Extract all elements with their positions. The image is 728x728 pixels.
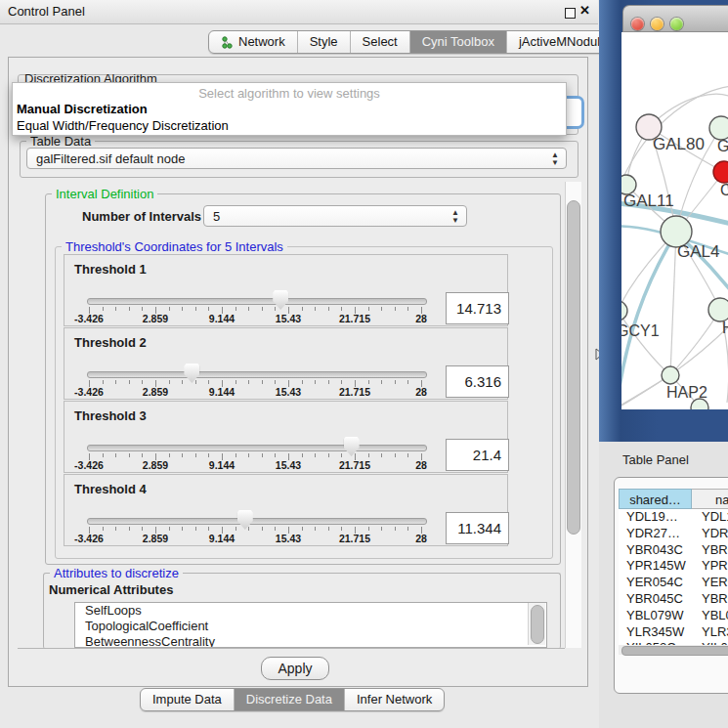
tab-discretize-data[interactable]: Discretize Data (234, 689, 344, 710)
tick-mark (236, 380, 236, 384)
threshold-panel-4: Threshold 4-3.4262.8599.14415.4321.71528… (64, 474, 508, 546)
tick-mark (407, 380, 408, 384)
network-node-ga[interactable] (709, 116, 728, 140)
numerical-attributes-list[interactable]: SelfLoopsTopologicalCoefficientBetweenne… (74, 602, 547, 648)
threshold-panel-2: Threshold 2-3.4262.8599.14415.4321.71528… (64, 327, 508, 400)
table-row[interactable]: YBR045CYBR0 (619, 591, 728, 608)
hscrollbar-thumb[interactable] (621, 646, 728, 656)
network-node-hap2[interactable] (662, 366, 679, 384)
tick-mark (195, 453, 196, 457)
column-header-name[interactable]: na (692, 489, 728, 509)
table-horizontal-scrollbar[interactable] (619, 645, 728, 655)
cell-shared-name: YLR345W (619, 624, 692, 641)
tick-mark (328, 527, 329, 531)
network-view-canvas[interactable]: GAL80GACGAL11GAL4GCY1HHAP2 (621, 32, 728, 409)
threshold-label: Threshold 3 (74, 408, 147, 423)
control-panel-title: Control Panel (8, 4, 85, 19)
table-row[interactable]: YPR145WYPR1 (619, 558, 728, 575)
attributes-list-scrollbar[interactable] (528, 603, 545, 645)
tab-cyni-toolbox[interactable]: Cyni Toolbox (409, 31, 506, 53)
attribute-item[interactable]: SelfLoops (75, 603, 546, 619)
table-row[interactable]: YBL079WYBL0 (619, 608, 728, 624)
tick-label: 28 (415, 459, 427, 471)
number-of-intervals-label: Number of Intervals (82, 209, 201, 224)
group-title-table-data: Table Data (26, 134, 95, 149)
tick-mark (115, 453, 116, 457)
tick-mark (407, 527, 408, 531)
float-window-icon[interactable] (565, 8, 576, 19)
threshold-value-field[interactable]: 21.4 (446, 439, 509, 471)
network-node-gcy1[interactable] (621, 301, 627, 321)
tick-mark (182, 380, 183, 384)
threshold-value-field[interactable]: 11.344 (446, 512, 509, 544)
tab-infer-network[interactable]: Infer Network (344, 689, 444, 710)
tick-mark (302, 453, 303, 457)
close-traffic-light-icon[interactable] (631, 18, 644, 30)
tick-label: 15.43 (276, 533, 301, 544)
cell-name: YBR0 (692, 591, 728, 608)
slider-handle[interactable] (237, 510, 253, 530)
tick-mark (208, 307, 209, 311)
tick-mark (302, 307, 303, 311)
vertical-scrollbar[interactable] (565, 182, 581, 648)
network-node-h[interactable] (708, 298, 728, 321)
table-data-value: galFiltered.sif default node (36, 151, 185, 166)
tick-mark (248, 453, 249, 457)
node-table[interactable]: YDL19…YDL1YDR27…YDR2YBR043CYBR0YPR145WYP… (619, 509, 728, 646)
column-header-shared[interactable]: shared… (619, 489, 692, 509)
tick-label: 15.43 (276, 313, 301, 324)
cell-shared-name: YBL079W (619, 608, 692, 624)
group-title-attributes: Attributes to discretize (50, 566, 183, 580)
tick-mark (395, 307, 396, 311)
slider-track[interactable] (87, 518, 427, 525)
attributes-scrollbar-thumb[interactable] (531, 605, 544, 644)
network-node-c[interactable] (713, 161, 728, 183)
algorithm-option-manual-discretization[interactable]: Manual Discretization (13, 102, 566, 118)
tick-mark (195, 307, 196, 311)
table-row[interactable]: YLR345WYLR3 (619, 624, 728, 641)
slider-track[interactable] (87, 445, 427, 451)
threshold-value-field[interactable]: 14.713 (446, 292, 509, 324)
network-node[interactable] (691, 399, 708, 409)
minimize-traffic-light-icon[interactable] (651, 18, 664, 30)
combo-arrows-icon: ▲▼ (551, 151, 559, 167)
zoom-traffic-light-icon[interactable] (670, 18, 683, 30)
table-row[interactable]: YER054CYER0 (619, 575, 728, 591)
slider-handle[interactable] (184, 364, 199, 383)
tick-mark (368, 307, 369, 311)
cell-name: YBR0 (692, 542, 728, 559)
table-row[interactable]: YDL19…YDL1 (619, 509, 728, 526)
tick-label: 15.43 (276, 459, 301, 471)
apply-button[interactable]: Apply (261, 657, 329, 680)
slider-track[interactable] (87, 298, 427, 305)
tick-label: 2.859 (143, 313, 168, 324)
node-label: GAL4 (677, 242, 719, 261)
tab-select[interactable]: Select (350, 31, 409, 53)
table-data-combobox[interactable]: galFiltered.sif default node ▲▼ (26, 148, 567, 169)
tick-label: 21.715 (339, 459, 370, 471)
threshold-value-field[interactable]: 6.316 (446, 365, 509, 398)
tick-label: -3.426 (74, 386, 104, 398)
algorithm-option-equal-width-frequency-discretization[interactable]: Equal Width/Frequency Discretization (13, 118, 566, 135)
slider-handle[interactable] (344, 437, 360, 456)
tab-impute-data[interactable]: Impute Data (141, 689, 234, 710)
threshold-panel-1: Threshold 1-3.4262.8599.14415.4321.71528… (64, 254, 508, 326)
scrollbar-thumb[interactable] (567, 200, 580, 535)
attribute-item[interactable]: TopologicalCoefficient (75, 619, 546, 634)
tick-mark (381, 380, 382, 384)
tick-mark (275, 527, 276, 531)
close-icon[interactable]: ✕ (579, 3, 590, 18)
tab-style[interactable]: Style (297, 31, 350, 53)
slider-track[interactable] (87, 371, 427, 378)
table-row[interactable]: YBR043CYBR0 (619, 542, 728, 559)
number-of-intervals-value: 5 (213, 209, 220, 224)
tick-mark (115, 307, 116, 311)
network-window-titlebar[interactable] (622, 5, 728, 32)
number-of-intervals-combobox[interactable]: 5 ▲▼ (203, 205, 467, 227)
tick-label: 28 (415, 533, 427, 544)
tick-label: 2.859 (143, 459, 168, 471)
tab-network[interactable]: Network (209, 31, 297, 53)
threshold-label: Threshold 1 (74, 262, 147, 277)
table-row[interactable]: YDR27…YDR2 (619, 526, 728, 542)
attribute-item[interactable]: BetweennessCentrality (75, 634, 546, 648)
